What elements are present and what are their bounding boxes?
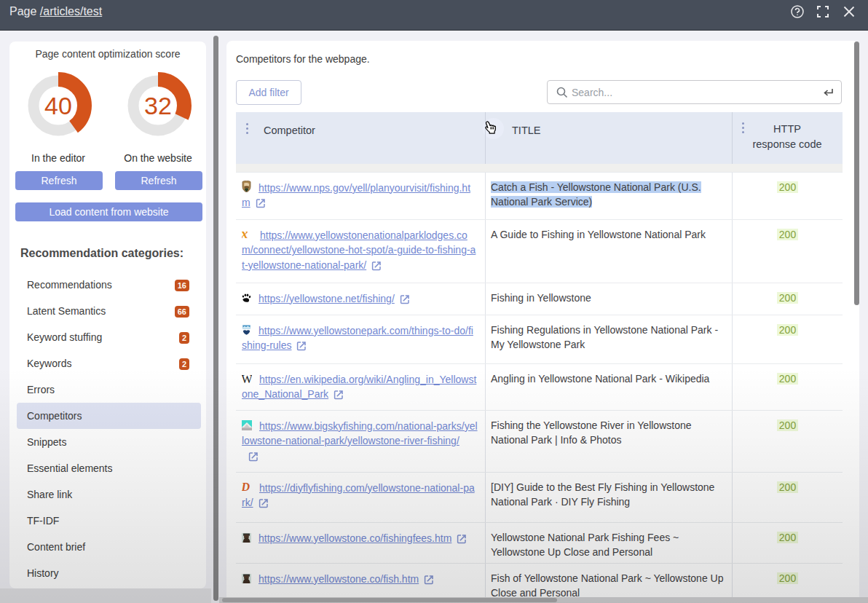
svg-text:40: 40 <box>44 92 72 119</box>
svg-text:32: 32 <box>144 92 172 119</box>
svg-text:W: W <box>242 374 252 384</box>
svg-text:x: x <box>242 228 248 240</box>
svg-text:D: D <box>242 481 250 492</box>
